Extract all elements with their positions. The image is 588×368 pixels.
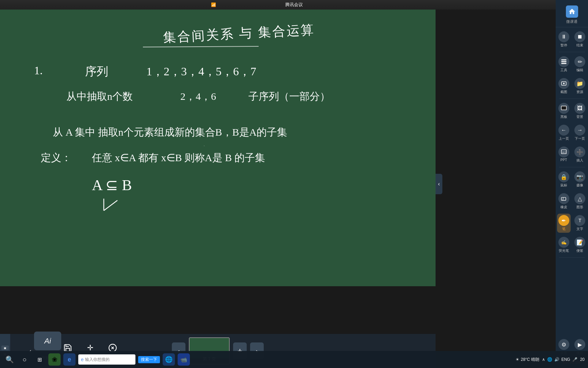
insert-button[interactable]: ➕ 插入 xyxy=(573,145,587,164)
shapes-icon: △ xyxy=(574,193,585,204)
taskbar-cortana-button[interactable]: ○ xyxy=(18,353,31,366)
taskbar-ie-browser[interactable]: e xyxy=(63,353,76,366)
ppt-label: PPT xyxy=(560,158,567,162)
windows-taskbar: 🔍 ○ ⊞ ❀ e e 搜索一下 🌐 📹 ☀ 28°C 晴朗 ∧ 🌐 🔊 ENG… xyxy=(0,351,588,368)
resources-label: 资源 xyxy=(576,90,583,94)
taskbar-system-tray: ☀ 28°C 晴朗 ∧ 🌐 🔊 ENG 🎤 20 xyxy=(516,357,585,363)
highlight-button[interactable]: ✍ 荧光笔 xyxy=(557,235,571,255)
tools-icon xyxy=(558,56,569,67)
svg-text:PPT: PPT xyxy=(562,151,566,153)
signal-indicator: 📶 xyxy=(211,2,216,7)
background-icon: 🖼 xyxy=(574,103,585,114)
svg-text:定义：: 定义： xyxy=(41,152,71,163)
edit-button[interactable]: ✏ 编辑 xyxy=(573,55,587,74)
signal-bars: 📶 xyxy=(211,2,216,7)
pause-label: 暂停 xyxy=(560,43,567,48)
prev-page-icon: ← xyxy=(558,125,569,136)
taskbar-search-button[interactable]: 搜索一下 xyxy=(138,356,160,363)
end-button[interactable]: ⏹ 结束 xyxy=(573,30,587,49)
camera-label: 摄像 xyxy=(576,183,583,188)
status-bar: 📶 腾讯会议 xyxy=(0,0,588,10)
ppt-icon: PPT xyxy=(558,147,569,157)
tray-expand-icon[interactable]: ∧ xyxy=(542,357,545,362)
svg-rect-20 xyxy=(561,61,566,62)
taskbar-edge-browser[interactable]: 🌐 xyxy=(163,353,175,366)
sidebar-row-mouse-camera: 🔒 鼠标 📷 摄像 xyxy=(556,169,588,190)
sidebar-toggle-button[interactable]: ‹ xyxy=(436,174,442,194)
prev-page-button[interactable]: ← 上一页 xyxy=(557,123,571,142)
taskbar-search-input[interactable] xyxy=(85,357,133,362)
highlight-icon: ✍ xyxy=(558,237,569,248)
svg-text:从中抽取n个数: 从中抽取n个数 xyxy=(66,91,133,102)
insert-label: 插入 xyxy=(576,158,583,163)
blackboard-button[interactable]: 黑板 xyxy=(557,102,571,121)
taskbar-meeting-app[interactable]: 📹 xyxy=(178,353,190,366)
sidebar-row-highlight-notes: ✍ 荧光笔 📝 便签 xyxy=(556,234,588,256)
text-icon: T xyxy=(574,215,585,226)
screenshot-icon xyxy=(558,78,569,89)
svg-point-17 xyxy=(238,128,239,129)
language-indicator[interactable]: ENG xyxy=(561,357,570,362)
notes-button[interactable]: 📝 便签 xyxy=(573,235,587,255)
taskbar-search-icon[interactable]: 🔍 xyxy=(3,353,16,366)
divider-1 xyxy=(559,52,585,52)
volume-icon[interactable]: 🔊 xyxy=(554,357,559,362)
background-label: 背景 xyxy=(576,114,583,119)
screenshot-label: 截图 xyxy=(560,90,567,94)
ppt-button[interactable]: PPT PPT xyxy=(557,145,571,164)
sidebar-row-screenshot-resources: 截图 📁 资源 xyxy=(556,75,588,97)
settings-icon: ⚙ xyxy=(558,339,569,350)
eraser-label: 橡皮 xyxy=(560,205,567,210)
svg-point-23 xyxy=(563,83,565,85)
end-icon: ⏹ xyxy=(574,31,585,42)
tools-button[interactable]: 工具 xyxy=(557,55,571,74)
mini-icon-1[interactable]: ▣ xyxy=(1,346,9,350)
blackboard-label: 黑板 xyxy=(560,114,567,119)
weather-icon: ☀ xyxy=(516,357,519,362)
sidebar-row-board-bg: 黑板 🖼 背景 xyxy=(556,100,588,122)
insert-icon: ➕ xyxy=(574,147,585,157)
system-icons: ∧ 🌐 🔊 ENG 🎤 xyxy=(542,357,577,362)
taskbar-taskview-button[interactable]: ⊞ xyxy=(33,353,46,366)
svg-text:从 A 集中 抽取n个元素组成新的集合B，B是A的子集: 从 A 集中 抽取n个元素组成新的集合B，B是A的子集 xyxy=(53,126,287,138)
background-button[interactable]: 🖼 背景 xyxy=(573,102,587,121)
shapes-button[interactable]: △ 图形 xyxy=(573,192,587,211)
network-icon[interactable]: 🌐 xyxy=(547,357,552,362)
right-sidebar: 微课通 ⏸ 暂停 ⏹ 结束 工具 ✏ 编辑 xyxy=(556,0,588,368)
svg-text:序列: 序列 xyxy=(85,65,108,78)
svg-text:A ⊆ B: A ⊆ B xyxy=(92,177,132,194)
screenshot-button[interactable]: 截图 xyxy=(557,77,571,96)
pen-label: 笔 xyxy=(562,227,566,231)
svg-text:2，4，6: 2，4，6 xyxy=(180,91,216,102)
weather-text: 28°C 晴朗 xyxy=(521,357,539,363)
camera-button[interactable]: 📷 摄像 xyxy=(573,170,587,189)
blackboard: 集合间关系 与 集合运算 1. 序列 1，2，3，4，5，6，7 从中抽取n个数… xyxy=(0,10,436,286)
text-button[interactable]: T 文字 xyxy=(573,214,587,233)
svg-text:1，2，3，4，5，6，7: 1，2，3，4，5，6，7 xyxy=(146,65,256,78)
prev-page-label: 上一页 xyxy=(559,136,569,141)
resources-icon: 📁 xyxy=(574,78,585,89)
divider-2 xyxy=(559,98,585,99)
next-page-button[interactable]: → 下一页 xyxy=(573,123,587,142)
svg-point-16 xyxy=(204,145,205,146)
notes-label: 便签 xyxy=(576,248,583,253)
home-icon[interactable] xyxy=(566,5,578,18)
pause-button[interactable]: ⏸ 暂停 xyxy=(557,30,571,49)
app-name: 微课通 xyxy=(566,19,577,24)
sidebar-row-eraser-shapes: 橡皮 △ 图形 xyxy=(556,190,588,212)
taskbar-app-flower[interactable]: ❀ xyxy=(48,353,61,366)
eraser-button[interactable]: 橡皮 xyxy=(557,192,571,211)
svg-text:任意 x∈A 都有  x∈B 则称A是 B 的子集: 任意 x∈A 都有 x∈B 则称A是 B 的子集 xyxy=(92,152,265,163)
mouse-icon: 🔒 xyxy=(558,171,569,182)
divider-4 xyxy=(559,257,585,258)
microphone-icon[interactable]: 🎤 xyxy=(572,357,577,362)
mouse-label: 鼠标 xyxy=(560,183,567,188)
notes-icon: 📝 xyxy=(574,237,585,248)
mouse-button[interactable]: 🔒 鼠标 xyxy=(557,170,571,189)
pause-icon: ⏸ xyxy=(558,31,569,42)
svg-text:1.: 1. xyxy=(34,64,43,77)
ai-badge[interactable]: Ai xyxy=(34,332,61,350)
resources-button[interactable]: 📁 资源 xyxy=(573,77,587,96)
eraser-icon xyxy=(558,193,569,204)
pen-button[interactable]: ✒ 笔 xyxy=(557,214,571,233)
